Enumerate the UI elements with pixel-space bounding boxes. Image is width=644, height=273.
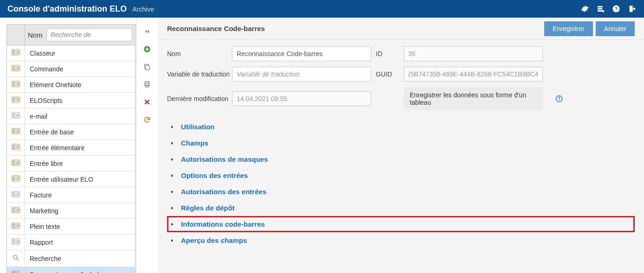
collapse-icon[interactable] bbox=[142, 26, 153, 37]
section-row[interactable]: Aperçu des champs bbox=[167, 232, 635, 248]
svg-rect-54 bbox=[13, 208, 15, 209]
svg-rect-14 bbox=[13, 82, 15, 83]
list-item-label: Marketing bbox=[25, 203, 135, 219]
list-row[interactable]: Elément OneNote bbox=[7, 77, 135, 93]
mask-icon bbox=[7, 124, 25, 140]
refresh-icon[interactable] bbox=[142, 114, 153, 125]
svg-rect-62 bbox=[16, 224, 19, 228]
svg-text:?: ? bbox=[615, 6, 618, 12]
svg-rect-16 bbox=[13, 85, 15, 86]
app-title: Console d'administration ELO bbox=[7, 4, 127, 14]
svg-point-0 bbox=[602, 10, 605, 13]
svg-rect-17 bbox=[16, 82, 19, 86]
svg-rect-29 bbox=[13, 129, 15, 130]
list-row[interactable]: Reconnaissance Code-barres bbox=[7, 267, 135, 273]
save-as-table-button[interactable]: Enregistrer les données sous forme d'un … bbox=[404, 87, 543, 110]
section-row[interactable]: Autorisations des entrées bbox=[167, 184, 635, 200]
lastmod-label: Dernière modification bbox=[167, 95, 232, 102]
section-row[interactable]: Règles de dépôt bbox=[167, 200, 635, 216]
list-header-label[interactable]: Nom bbox=[28, 31, 43, 39]
section-row[interactable]: Champs bbox=[167, 135, 635, 151]
svg-rect-56 bbox=[13, 211, 15, 212]
list-row[interactable]: Rapport bbox=[7, 235, 135, 250]
chevron-right-icon bbox=[170, 157, 175, 162]
database-icon[interactable] bbox=[596, 4, 605, 13]
svg-rect-55 bbox=[13, 210, 15, 210]
chevron-right-icon bbox=[170, 238, 175, 243]
svg-rect-50 bbox=[13, 194, 15, 195]
section-row[interactable]: Utilisation bbox=[167, 119, 635, 135]
svg-rect-41 bbox=[13, 164, 15, 165]
svg-rect-10 bbox=[13, 68, 15, 69]
list-row[interactable]: Entrée de base bbox=[7, 124, 135, 140]
svg-rect-26 bbox=[13, 116, 15, 117]
print-icon[interactable] bbox=[142, 79, 153, 90]
svg-rect-66 bbox=[13, 242, 15, 243]
mask-list-table: Nom ClasseurCommandeElément OneNoteELOSc… bbox=[6, 24, 135, 273]
svg-rect-7 bbox=[16, 51, 19, 54]
svg-rect-40 bbox=[13, 162, 15, 163]
list-item-label: e-mail bbox=[25, 108, 135, 124]
section-row[interactable]: Options des entrées bbox=[167, 167, 635, 184]
help-icon[interactable]: ? bbox=[612, 4, 621, 13]
svg-rect-36 bbox=[13, 148, 15, 149]
topbar-left: Console d'administration ELO Archive bbox=[7, 4, 154, 14]
list-row[interactable]: ELOScripts bbox=[7, 93, 135, 108]
list-row[interactable]: Entrée utilisateur ELO bbox=[7, 171, 135, 187]
list-item-label: Rapport bbox=[25, 235, 135, 250]
form-area: Nom ID Variable de traduction GUID Derni… bbox=[158, 40, 644, 115]
svg-rect-15 bbox=[13, 83, 15, 84]
content-header: Reconnaissance Code-barres Enregistrer A… bbox=[158, 18, 644, 40]
name-label: Nom bbox=[167, 50, 232, 57]
add-icon[interactable] bbox=[142, 44, 153, 55]
list-row[interactable]: Entrée libre bbox=[7, 156, 135, 171]
delete-icon[interactable] bbox=[142, 96, 153, 108]
gear-icon[interactable] bbox=[580, 4, 589, 13]
list-item-label: Entrée élémentaire bbox=[25, 140, 135, 156]
list-row[interactable]: Commande bbox=[7, 61, 135, 77]
mask-icon bbox=[7, 108, 25, 124]
section-label: Autorisations des entrées bbox=[181, 188, 266, 196]
mask-icon bbox=[7, 171, 25, 187]
cancel-button[interactable]: Annuler bbox=[596, 21, 635, 36]
section-row[interactable]: Informations code-barres bbox=[167, 216, 635, 232]
list-row[interactable]: Recherche bbox=[7, 250, 135, 267]
name-input[interactable] bbox=[232, 46, 371, 61]
list-row[interactable]: Plein texte bbox=[7, 219, 135, 235]
mask-icon bbox=[7, 235, 25, 250]
svg-rect-52 bbox=[16, 192, 19, 196]
id-label: ID bbox=[376, 50, 404, 57]
chevron-right-icon bbox=[170, 222, 175, 227]
section-label: Options des entrées bbox=[181, 171, 248, 179]
svg-rect-34 bbox=[13, 145, 15, 146]
svg-rect-20 bbox=[13, 99, 15, 100]
list-item-label: Plein texte bbox=[25, 219, 135, 235]
list-item-label: Commande bbox=[25, 61, 135, 77]
sections-list: UtilisationChampsAutorisations de masque… bbox=[158, 115, 644, 248]
list-row[interactable]: Facture bbox=[7, 187, 135, 203]
list-item-label: Reconnaissance Code-barres bbox=[25, 267, 135, 273]
svg-rect-5 bbox=[13, 52, 15, 53]
svg-rect-22 bbox=[16, 98, 19, 102]
save-button[interactable]: Enregistrer bbox=[544, 21, 592, 36]
transvar-input[interactable] bbox=[232, 67, 371, 82]
list-row[interactable]: e-mail bbox=[7, 108, 135, 124]
svg-rect-65 bbox=[13, 241, 15, 242]
svg-rect-77 bbox=[146, 65, 149, 70]
list-row[interactable]: Classeur bbox=[7, 45, 135, 61]
list-row[interactable]: Entrée élémentaire bbox=[7, 140, 135, 156]
list-row[interactable]: Marketing bbox=[7, 203, 135, 219]
section-row[interactable]: Autorisations de masques bbox=[167, 151, 635, 167]
svg-rect-59 bbox=[13, 224, 15, 225]
svg-rect-49 bbox=[13, 192, 15, 193]
copy-icon[interactable] bbox=[142, 61, 153, 72]
list-item-label: ELOScripts bbox=[25, 93, 135, 108]
chevron-right-icon bbox=[170, 173, 175, 178]
list-header-iconcol bbox=[7, 25, 25, 45]
info-icon[interactable] bbox=[552, 95, 566, 102]
section-label: Utilisation bbox=[181, 123, 215, 131]
search-input[interactable] bbox=[46, 28, 132, 41]
mask-icon bbox=[7, 156, 25, 171]
svg-rect-35 bbox=[13, 146, 15, 147]
logout-icon[interactable] bbox=[627, 4, 637, 13]
